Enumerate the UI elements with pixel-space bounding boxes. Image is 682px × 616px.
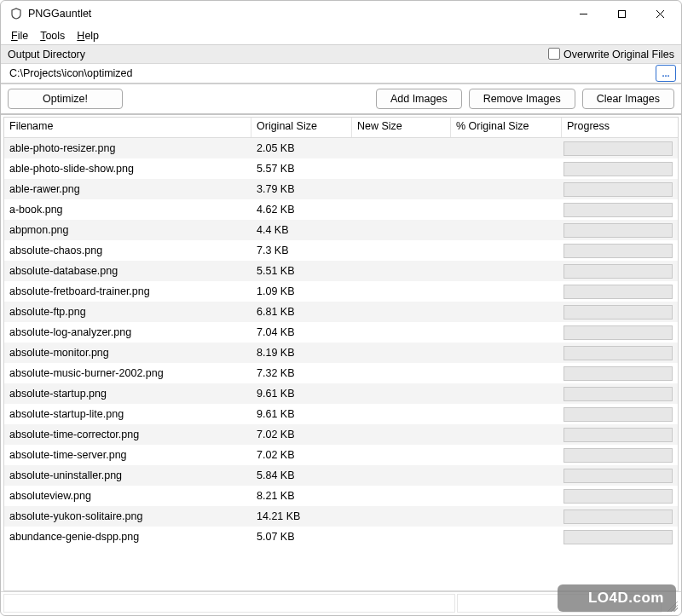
optimize-button[interactable]: Optimize! [8, 89, 123, 109]
cell-new-size [352, 187, 451, 192]
minimize-button[interactable] [564, 2, 603, 26]
table-row[interactable]: absolute-time-corrector.png7.02 KB [4, 424, 678, 445]
table-row[interactable]: absolute-log-analyzer.png7.04 KB [4, 322, 678, 343]
table-row[interactable]: absolute-database.png5.51 KB [4, 261, 678, 281]
cell-progress [562, 365, 678, 383]
cell-pct-original [451, 227, 562, 233]
cell-pct-original [451, 514, 562, 519]
cell-progress [562, 508, 678, 526]
browse-button[interactable]: ... [656, 65, 676, 82]
overwrite-checkbox[interactable] [548, 48, 560, 60]
progress-bar [564, 448, 673, 463]
output-dir-row: ... [1, 64, 681, 84]
menubar: File Tools Help [1, 26, 681, 45]
cell-new-size [352, 350, 451, 355]
cell-filename: absolute-fretboard-trainer.png [4, 283, 251, 300]
cell-progress [562, 222, 678, 239]
cell-original-size: 5.57 KB [251, 160, 352, 177]
close-button[interactable] [641, 2, 679, 26]
cell-filename: absolute-time-corrector.png [4, 426, 251, 443]
menu-file[interactable]: File [6, 29, 33, 43]
table-row[interactable]: absolute-chaos.png7.3 KB [4, 240, 678, 261]
cell-new-size [352, 146, 451, 151]
table-row[interactable]: abundance-genie-dspp.png5.07 KB [4, 527, 678, 547]
cell-pct-original [451, 534, 562, 539]
table-body[interactable]: able-photo-resizer.png2.05 KBable-photo-… [4, 138, 678, 590]
progress-bar [564, 182, 673, 197]
cell-new-size [352, 227, 451, 233]
table-row[interactable]: absoluteview.png8.21 KB [4, 486, 678, 506]
progress-bar [564, 223, 673, 238]
cell-filename: absolute-music-burner-2002.png [4, 365, 251, 382]
cell-progress [562, 201, 678, 219]
cell-pct-original [451, 350, 562, 355]
cell-pct-original [451, 493, 562, 498]
col-pct-original[interactable]: % Original Size [451, 118, 562, 137]
output-dir-input[interactable] [8, 65, 652, 82]
cell-filename: absolute-startup-lite.png [4, 406, 251, 423]
col-progress[interactable]: Progress [562, 118, 678, 137]
cell-pct-original [451, 248, 562, 253]
cell-new-size [352, 309, 451, 314]
cell-filename: absolute-yukon-solitaire.png [4, 508, 251, 525]
cell-pct-original [451, 391, 562, 396]
cell-original-size: 2.05 KB [251, 140, 352, 157]
table-row[interactable]: absolute-yukon-solitaire.png14.21 KB [4, 506, 678, 527]
output-dir-header: Output Directory Overwrite Original File… [1, 45, 681, 64]
cell-new-size [352, 452, 451, 458]
add-images-button[interactable]: Add Images [376, 89, 462, 109]
cell-progress [562, 160, 678, 178]
table-row[interactable]: a-book.png4.62 KB [4, 199, 678, 220]
overwrite-checkbox-label[interactable]: Overwrite Original Files [548, 48, 674, 60]
col-new-size[interactable]: New Size [352, 118, 451, 137]
app-window: PNGGauntlet File Tools Help Output Direc… [0, 0, 682, 616]
progress-bar [564, 469, 673, 483]
table-row[interactable]: able-photo-slide-show.png5.57 KB [4, 158, 678, 179]
progress-bar [564, 489, 673, 504]
progress-bar [564, 244, 673, 258]
table-row[interactable]: absolute-uninstaller.png5.84 KB [4, 465, 678, 486]
cell-progress [562, 385, 678, 403]
cell-original-size: 5.07 KB [251, 528, 352, 545]
table-row[interactable]: absolute-monitor.png8.19 KB [4, 343, 678, 363]
col-original-size[interactable]: Original Size [251, 118, 352, 137]
cell-filename: a-book.png [4, 201, 251, 218]
cell-filename: absoluteview.png [4, 487, 251, 504]
progress-bar [564, 203, 673, 217]
cell-original-size: 5.84 KB [251, 467, 352, 484]
remove-images-button[interactable]: Remove Images [469, 89, 575, 109]
menu-help[interactable]: Help [72, 29, 104, 43]
cell-new-size [352, 514, 451, 519]
maximize-button[interactable] [603, 2, 641, 26]
file-table: Filename Original Size New Size % Origin… [3, 117, 679, 591]
col-filename[interactable]: Filename [4, 118, 251, 137]
cell-pct-original [451, 371, 562, 376]
progress-bar [564, 325, 673, 340]
menu-tools[interactable]: Tools [35, 29, 70, 43]
table-row[interactable]: absolute-time-server.png7.02 KB [4, 445, 678, 465]
cell-progress [562, 426, 678, 444]
cell-progress [562, 487, 678, 505]
cell-filename: absolute-chaos.png [4, 242, 251, 259]
table-row[interactable]: absolute-music-burner-2002.png7.32 KB [4, 363, 678, 383]
table-header: Filename Original Size New Size % Origin… [4, 118, 678, 138]
progress-bar [564, 407, 673, 422]
table-row[interactable]: absolute-startup.png9.61 KB [4, 383, 678, 404]
cell-new-size [352, 207, 451, 212]
table-row[interactable]: absolute-ftp.png6.81 KB [4, 302, 678, 322]
cell-progress [562, 283, 678, 301]
cell-original-size: 7.02 KB [251, 446, 352, 463]
table-row[interactable]: able-photo-resizer.png2.05 KB [4, 138, 678, 158]
cell-pct-original [451, 146, 562, 151]
table-row[interactable]: absolute-fretboard-trainer.png1.09 KB [4, 281, 678, 302]
app-icon [9, 7, 23, 20]
table-row[interactable]: able-rawer.png3.79 KB [4, 179, 678, 199]
table-row[interactable]: abpmon.png4.4 KB [4, 220, 678, 240]
table-row[interactable]: absolute-startup-lite.png9.61 KB [4, 404, 678, 424]
cell-progress [562, 242, 678, 260]
cell-original-size: 5.51 KB [251, 262, 352, 279]
cell-filename: abundance-genie-dspp.png [4, 528, 251, 545]
clear-images-button[interactable]: Clear Images [582, 89, 674, 109]
cell-progress [562, 324, 678, 342]
menu-help-key: H [77, 30, 84, 42]
